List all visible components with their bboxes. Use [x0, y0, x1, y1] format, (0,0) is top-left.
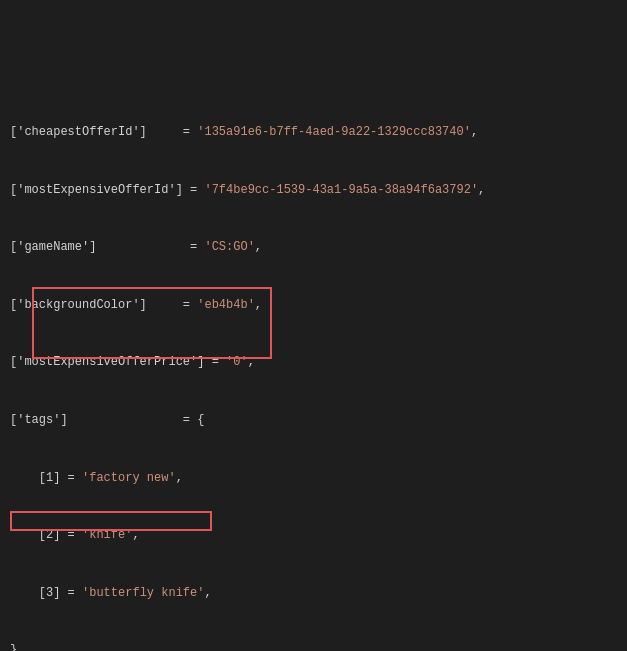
- line-6: ['tags'] = {: [10, 411, 617, 430]
- line-5: ['mostExpensiveOfferPrice'] = '0',: [10, 353, 617, 372]
- line-4: ['backgroundColor'] = 'eb4b4b',: [10, 296, 617, 315]
- key-cheapestOfferId: ['cheapestOfferId']: [10, 125, 176, 139]
- line-1: ['cheapestOfferId'] = '135a91e6-b7ff-4ae…: [10, 123, 617, 142]
- code-display: ['cheapestOfferId'] = '135a91e6-b7ff-4ae…: [0, 0, 627, 651]
- line-3: ['gameName'] = 'CS:GO',: [10, 238, 617, 257]
- line-7: [1] = 'factory new',: [10, 469, 617, 488]
- line-8: [2] = 'knife',: [10, 526, 617, 545]
- line-9: [3] = 'butterfly knife',: [10, 584, 617, 603]
- line-10: },: [10, 641, 617, 651]
- line-2: ['mostExpensiveOfferId'] = '7f4be9cc-153…: [10, 181, 617, 200]
